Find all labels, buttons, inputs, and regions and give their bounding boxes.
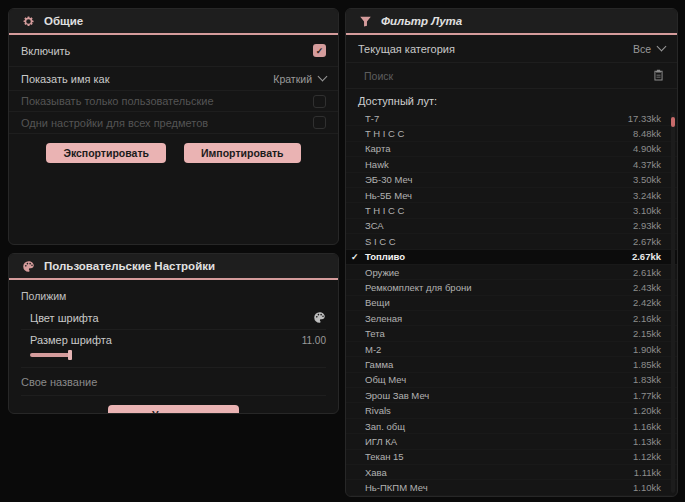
loot-row[interactable]: Текан 15 1.12kk [346, 450, 677, 465]
loot-item-value: 4.90kk [633, 143, 661, 154]
only-custom-label: Показывать только пользовательские [21, 95, 214, 107]
check-icon: ✓ [351, 250, 359, 264]
slider-thumb[interactable] [68, 350, 72, 360]
loot-item-value: 2.67kk [632, 251, 661, 262]
loot-item-value: 2.67kk [633, 236, 661, 247]
loot-item-value: 2.42kk [633, 297, 661, 308]
font-size-label: Размер шрифта [30, 334, 112, 346]
loot-row[interactable]: Зап. общ 1.16kk [346, 419, 677, 434]
name-mode-dropdown[interactable]: Краткий [273, 73, 326, 85]
loot-item-value: 1.13kk [633, 436, 661, 447]
font-color-label: Цвет шрифта [30, 312, 99, 324]
loot-item-name: Зап. общ [365, 421, 405, 432]
loot-row[interactable]: Эрош Зав Меч 1.77kk [346, 388, 677, 403]
loot-row[interactable]: Нь-ПКПМ Меч 1.10kk [346, 480, 677, 495]
loot-item-name: Тета [365, 328, 385, 339]
category-value: Все [633, 43, 651, 55]
loot-row[interactable]: Тета 2.15kk [346, 326, 677, 341]
loot-item-value: 8.48kk [633, 128, 661, 139]
loot-item-name: T H I C C [365, 128, 404, 139]
loot-filter-header: Фильтр Лута [346, 9, 677, 35]
loot-row[interactable]: Нь-5Б Меч 3.24kk [346, 188, 677, 203]
category-dropdown[interactable]: Все [633, 43, 665, 55]
export-button[interactable]: Экспортировать [46, 143, 166, 163]
import-button[interactable]: Импортировать [184, 143, 301, 163]
category-label: Текущая категория [358, 43, 455, 55]
custom-name-input[interactable] [21, 368, 326, 396]
enable-row: Включить [9, 35, 338, 67]
search-input[interactable] [362, 69, 652, 83]
font-size-row: Размер шрифта 11.00 [21, 330, 326, 368]
loot-item-name: Вещи [365, 297, 390, 308]
same-for-all-row: Одни настройки для всех предметов [9, 112, 338, 134]
loot-item-name: Rivals [365, 405, 391, 416]
loot-row[interactable]: Хава 1.11kk [346, 465, 677, 480]
delete-row: Удалить [21, 405, 326, 414]
only-custom-row: Показывать только пользовательские [9, 91, 338, 112]
color-picker-icon[interactable] [313, 311, 326, 324]
available-loot-label: Доступный лут: [346, 89, 677, 111]
loot-item-name: Карта [365, 143, 390, 154]
general-panel-title: Общие [44, 15, 83, 27]
loot-item-name: Т-7 [365, 113, 379, 124]
loot-item-value: 1.16kk [633, 421, 661, 432]
loot-item-value: 1.90kk [633, 344, 661, 355]
loot-list: Т-7 17.33kk T H I C C 8.48kk Карта 4.90k… [346, 111, 677, 496]
loot-item-name: Нь-ПКПМ Меч [365, 482, 428, 493]
loot-item-name: Эрош Зав Меч [365, 390, 429, 401]
loot-row[interactable]: S I C C 2.67kk [346, 234, 677, 249]
scrollbar-track[interactable] [671, 112, 675, 493]
loot-filter-panel: Фильтр Лута Текущая категория Все Доступ… [345, 8, 678, 497]
only-custom-checkbox [313, 95, 326, 108]
category-row: Текущая категория Все [346, 35, 677, 63]
loot-row[interactable]: Гамма 1.85kk [346, 357, 677, 372]
loot-row[interactable]: ЭБ-30 Меч 3.50kk [346, 173, 677, 188]
loot-item-value: 4.37kk [633, 159, 661, 170]
loot-item-value: 1.11kk [634, 467, 661, 478]
loot-item-name: ИГЛ КА [365, 436, 397, 447]
loot-filter-title: Фильтр Лута [381, 15, 462, 27]
loot-row[interactable]: Т-7 17.33kk [346, 111, 677, 126]
loot-item-value: 2.15kk [633, 328, 661, 339]
loot-item-value: 1.20kk [633, 405, 661, 416]
loot-row[interactable]: Общ Меч 1.83kk [346, 373, 677, 388]
name-mode-value: Краткий [273, 73, 312, 85]
font-size-value: 11.00 [302, 335, 326, 346]
loot-row[interactable]: Вещи 2.42kk [346, 296, 677, 311]
enable-checkbox[interactable] [313, 44, 326, 57]
loot-item-value: 1.83kk [633, 374, 661, 385]
loot-item-value: 2.16kk [633, 313, 661, 324]
loot-item-name: Гамма [365, 359, 393, 370]
loot-item-name: T H I C C [365, 205, 404, 216]
font-color-row: Цвет шрифта [21, 306, 326, 330]
loot-item-value: 3.24kk [633, 190, 661, 201]
loot-row[interactable]: М-2 1.90kk [346, 342, 677, 357]
loot-item-name: Зеленая [365, 313, 402, 324]
loot-item-name: Ремкомплект для брони [365, 282, 471, 293]
loot-item-name: М-2 [365, 344, 381, 355]
loot-row[interactable]: ИГЛ КА 1.13kk [346, 434, 677, 449]
loot-row[interactable]: Карта 4.90kk [346, 142, 677, 157]
search-row [346, 63, 677, 89]
loot-row[interactable]: Ремкомплект для брони 2.43kk [346, 280, 677, 295]
chevron-down-icon [318, 72, 328, 82]
palette-icon [22, 260, 35, 273]
loot-row[interactable]: Зеленая 2.16kk [346, 311, 677, 326]
font-size-slider[interactable] [30, 350, 326, 360]
loot-row[interactable]: T H I C C 8.48kk [346, 126, 677, 141]
loot-row[interactable]: Hawk 4.37kk [346, 157, 677, 172]
loot-row[interactable]: ✓ Топливо 2.67kk [346, 250, 677, 265]
loot-item-name: Нь-5Б Меч [365, 190, 412, 201]
delete-button[interactable]: Удалить [108, 405, 239, 414]
funnel-icon [359, 15, 372, 28]
loot-item-name: Текан 15 [365, 451, 404, 462]
loot-row[interactable]: Оружие 2.61kk [346, 265, 677, 280]
same-for-all-label: Одни настройки для всех предметов [21, 117, 208, 129]
loot-item-value: 1.85kk [633, 359, 661, 370]
paste-icon[interactable] [652, 69, 665, 82]
loot-row[interactable]: Rivals 1.20kk [346, 403, 677, 418]
loot-row[interactable]: ЗСА 2.93kk [346, 219, 677, 234]
scrollbar-thumb[interactable] [671, 117, 675, 127]
same-for-all-checkbox [313, 116, 326, 129]
loot-row[interactable]: T H I C C 3.10kk [346, 203, 677, 218]
